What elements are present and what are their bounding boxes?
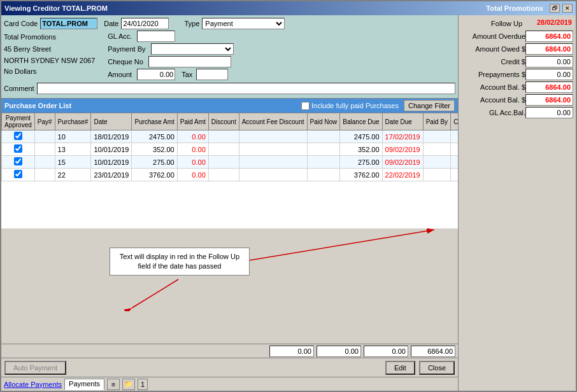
cell-paid-by (423, 156, 450, 169)
date-label: Date (104, 20, 118, 27)
cell-date: 18/01/2019 (91, 130, 132, 143)
tax-input[interactable] (196, 69, 228, 80)
po-header-right: Include fully paid Purchases Change Filt… (301, 100, 455, 111)
cell-acct-fee (239, 130, 307, 143)
cell-discount (208, 156, 239, 169)
col-header-date: Date (91, 113, 132, 130)
main-window: Viewing Creditor TOTAL.PROM Total Promot… (0, 0, 577, 392)
cell-date-due: 09/02/2019 (382, 143, 423, 156)
amount-owed-value (525, 43, 573, 55)
col-header-comments: Comments (451, 113, 458, 130)
cell-approved[interactable] (2, 156, 35, 169)
cell-pay (34, 130, 55, 143)
cell-acct-fee (239, 169, 307, 181)
cell-purch-amt: 275.00 (132, 156, 177, 169)
cell-date-due: 17/02/2019 (382, 130, 423, 143)
restore-button[interactable]: 🗗 (550, 4, 560, 13)
cell-acct-fee (239, 143, 307, 156)
title-bar-controls: Total Promotions 🗗 ✕ (486, 4, 573, 13)
main-content: Card Code Date Type Payment Total Promot… (1, 15, 576, 391)
address-block: Total Promotions 45 Berry Street NORTH S… (4, 31, 95, 81)
annotation-box: Text will display in red in the Follow U… (110, 248, 250, 276)
comment-label: Comment (4, 85, 34, 92)
list-icon-button[interactable]: ≡ (107, 379, 120, 390)
cell-paid-now (307, 143, 340, 156)
gl-acc-bal-label: GL Acc.Bal. (461, 109, 525, 116)
amount-overdue-label: Amount Overdue (461, 32, 525, 40)
no-dollars: No Dollars (4, 67, 95, 75)
approved-checkbox[interactable] (14, 132, 22, 140)
comment-input[interactable] (37, 83, 455, 94)
folder-icon-button[interactable]: 📁 (122, 379, 135, 390)
comment-row: Comment (4, 83, 455, 94)
card-code-input[interactable] (40, 18, 97, 29)
payment-by-row: Payment By (108, 43, 233, 55)
cheque-no-input[interactable] (148, 56, 231, 67)
col-header-acct-fee: Account Fee Discount (239, 113, 307, 130)
change-filter-button[interactable]: Change Filter (404, 100, 455, 111)
col-header-purch-amt: Purchase Amt (132, 113, 177, 130)
cell-paid-amt: 0.00 (177, 143, 208, 156)
gl-acc-bal-row: GL Acc.Bal. (461, 107, 573, 118)
cell-approved[interactable] (2, 143, 35, 156)
total-input-3 (364, 346, 408, 357)
type-label: Type (184, 20, 199, 27)
col-header-pay: Pay# (34, 113, 55, 130)
approved-checkbox[interactable] (14, 144, 22, 153)
right-panel: Follow Up 28/02/2019 Amount Overdue Amou… (458, 15, 576, 391)
tax-label: Tax (182, 71, 192, 78)
include-paid-checkbox[interactable] (301, 102, 310, 110)
cell-date: 10/01/2019 (91, 156, 132, 169)
annotation-area: Text will display in red in the Follow U… (1, 228, 458, 344)
cell-date-due: 22/02/2019 (382, 169, 423, 181)
cell-pay (34, 169, 55, 181)
cell-balance: 3762.00 (340, 169, 382, 181)
col-header-purchase: Purchase# (55, 113, 91, 130)
col-header-paid-now: Paid Now (307, 113, 340, 130)
address-line2: 45 Berry Street (4, 44, 95, 55)
cheque-no-label: Cheque No (108, 58, 143, 66)
include-paid-label[interactable]: Include fully paid Purchases (301, 102, 399, 110)
auto-payment-button[interactable]: Auto Payment (4, 361, 66, 375)
approved-checkbox[interactable] (14, 157, 22, 165)
allocate-payments-link[interactable]: Allocate Payments (4, 381, 62, 388)
cell-paid-amt: 0.00 (177, 130, 208, 143)
payment-fields: GL Acc. Payment By Cheque No (108, 31, 233, 81)
cell-approved[interactable] (2, 169, 35, 181)
payment-by-select[interactable] (151, 43, 234, 55)
gl-acc-bal-value (525, 107, 573, 118)
date-input[interactable] (121, 18, 169, 29)
cell-date: 23/01/2019 (91, 169, 132, 181)
approved-checkbox[interactable] (14, 170, 22, 178)
col-header-approved: PaymentApproved (2, 113, 35, 130)
cell-discount (208, 143, 239, 156)
amount-input[interactable] (137, 69, 175, 80)
amount-owed-row: Amount Owed $ (461, 43, 573, 55)
cell-paid-now (307, 156, 340, 169)
edit-button[interactable]: Edit (385, 361, 415, 375)
cell-paid-amt: 0.00 (177, 169, 208, 181)
gl-acc-input[interactable] (137, 31, 175, 42)
po-list-header: Purchase Order List Include fully paid P… (1, 99, 458, 113)
cell-paid-amt: 0.00 (177, 156, 208, 169)
follow-up-value: 28/02/2019 (522, 18, 573, 29)
col-header-discount: Discount (208, 113, 239, 130)
type-select[interactable]: Payment (202, 18, 285, 29)
prepayments-row: Prepayments $ (461, 69, 573, 80)
cell-approved[interactable] (2, 130, 35, 143)
account-bal1-value (525, 81, 573, 93)
po-list-title: Purchase Order List (4, 102, 71, 109)
form-area: Card Code Date Type Payment Total Promot… (1, 15, 458, 99)
table-header-row: PaymentApproved Pay# Purchase# Date Purc… (2, 113, 459, 130)
amount-owed-label: Amount Owed $ (461, 45, 525, 53)
close-button[interactable]: Close (419, 361, 455, 375)
cell-paid-by (423, 143, 450, 156)
card-code-label: Card Code (4, 20, 38, 27)
cell-purch-amt: 2475.00 (132, 130, 177, 143)
totals-bar (1, 344, 458, 358)
close-window-button[interactable]: ✕ (562, 4, 573, 13)
payment-by-label: Payment By (108, 45, 145, 53)
col-header-balance: Balance Due (340, 113, 382, 130)
table-body: 10 18/01/2019 2475.00 0.00 2475.00 17/02… (2, 130, 459, 181)
payments-tab[interactable]: Payments (64, 379, 104, 390)
